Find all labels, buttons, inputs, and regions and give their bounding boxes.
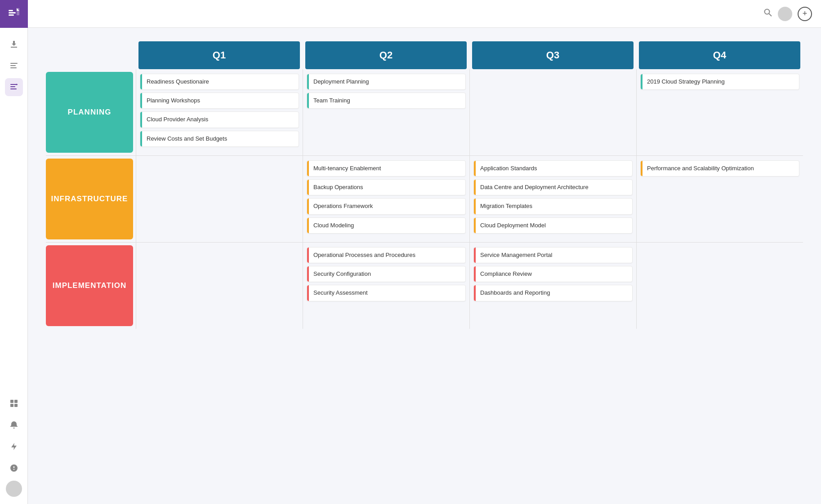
sidebar-item-download[interactable] [5, 35, 23, 53]
sidebar [0, 0, 28, 504]
svg-rect-3 [17, 8, 19, 15]
quarter-header-q3: Q3 [472, 41, 634, 69]
cell-planning-q4: 2019 Cloud Strategy Planning [636, 69, 803, 155]
cell-planning-q3 [469, 69, 636, 155]
svg-rect-12 [14, 400, 18, 403]
row-label-planning: PLANNING [46, 72, 133, 153]
task-card[interactable]: Operations Framework [307, 198, 466, 214]
task-card[interactable]: Application Standards [473, 160, 633, 177]
task-card[interactable]: Security Configuration [307, 266, 466, 282]
svg-line-16 [769, 13, 772, 16]
cell-implementation-q4 [636, 243, 803, 329]
roadmap-grid: Q1Q2Q3Q4PLANNINGReadiness QuestionairePl… [46, 41, 803, 329]
task-card[interactable]: 2019 Cloud Strategy Planning [640, 74, 799, 90]
cell-planning-q1: Readiness QuestionairePlanning Workshops… [136, 69, 303, 155]
task-card[interactable]: Multi-tenancy Enablement [307, 160, 466, 177]
user-avatar-header[interactable] [778, 7, 792, 21]
sidebar-item-roadmap[interactable] [5, 78, 23, 96]
task-card[interactable]: Readiness Questionaire [140, 74, 299, 90]
svg-rect-11 [10, 400, 13, 403]
svg-rect-8 [10, 86, 15, 87]
task-card[interactable]: Review Costs and Set Budgets [140, 131, 299, 147]
svg-rect-4 [10, 63, 18, 64]
sidebar-bottom [5, 394, 23, 504]
svg-rect-14 [14, 404, 18, 407]
sidebar-nav [5, 28, 23, 394]
content-area: Q1Q2Q3Q4PLANNINGReadiness QuestionairePl… [28, 28, 821, 504]
task-card[interactable]: Cloud Deployment Model [473, 217, 633, 234]
quarter-header-empty [46, 41, 136, 69]
task-card[interactable]: Planning Workshops [140, 93, 299, 109]
sidebar-item-bell[interactable] [5, 416, 23, 434]
sidebar-item-help[interactable] [5, 459, 23, 477]
cell-implementation-q2: Operational Processes and ProceduresSecu… [303, 243, 469, 329]
main-area: + Q1Q2Q3Q4PLANNINGReadiness Questionaire… [28, 0, 821, 504]
task-card[interactable]: Backup Operations [307, 179, 466, 195]
svg-point-15 [765, 9, 770, 14]
task-card[interactable]: Data Centre and Deployment Architecture [473, 179, 633, 195]
task-card[interactable]: Cloud Provider Analysis [140, 111, 299, 128]
task-card[interactable]: Team Training [307, 93, 466, 109]
task-card[interactable]: Compliance Review [473, 266, 633, 282]
search-icon[interactable] [763, 8, 772, 19]
cell-planning-q2: Deployment PlanningTeam Training [303, 69, 469, 155]
task-card[interactable]: Deployment Planning [307, 74, 466, 90]
sidebar-item-lightning[interactable] [5, 438, 23, 455]
cell-implementation-q3: Service Management PortalCompliance Revi… [469, 243, 636, 329]
svg-rect-0 [9, 10, 13, 11]
svg-rect-9 [10, 88, 17, 89]
task-card[interactable]: Dashboards and Reporting [473, 285, 633, 301]
header: + [28, 0, 821, 28]
svg-rect-13 [10, 404, 13, 407]
row-label-infrastructure: INFRASTRUCTURE [46, 159, 133, 239]
task-card[interactable]: Cloud Modeling [307, 217, 466, 234]
logo-icon [8, 6, 20, 22]
svg-rect-5 [10, 65, 16, 66]
row-label-implementation: IMPLEMENTATION [46, 245, 133, 326]
cell-infrastructure-q1 [136, 156, 303, 242]
sidebar-item-board[interactable] [5, 394, 23, 412]
svg-rect-1 [9, 12, 16, 13]
cell-infrastructure-q3: Application StandardsData Centre and Dep… [469, 156, 636, 242]
header-actions: + [763, 7, 812, 21]
cell-implementation-q1 [136, 243, 303, 329]
task-card[interactable]: Performance and Scalability Optimization [640, 160, 799, 177]
svg-rect-6 [10, 67, 17, 68]
svg-rect-2 [9, 14, 14, 16]
sidebar-item-list[interactable] [5, 57, 23, 75]
cell-infrastructure-q4: Performance and Scalability Optimization [636, 156, 803, 242]
cell-infrastructure-q2: Multi-tenancy EnablementBackup Operation… [303, 156, 469, 242]
quarter-header-q2: Q2 [305, 41, 467, 69]
user-avatar-sidebar[interactable] [6, 481, 22, 497]
task-card[interactable]: Migration Templates [473, 198, 633, 214]
quarter-header-q1: Q1 [138, 41, 300, 69]
task-card[interactable]: Security Assessment [307, 285, 466, 301]
task-card[interactable]: Service Management Portal [473, 247, 633, 263]
app-logo[interactable] [0, 0, 28, 28]
add-button[interactable]: + [798, 7, 812, 21]
quarter-header-q4: Q4 [639, 41, 800, 69]
svg-point-10 [16, 84, 17, 85]
task-card[interactable]: Operational Processes and Procedures [307, 247, 466, 263]
